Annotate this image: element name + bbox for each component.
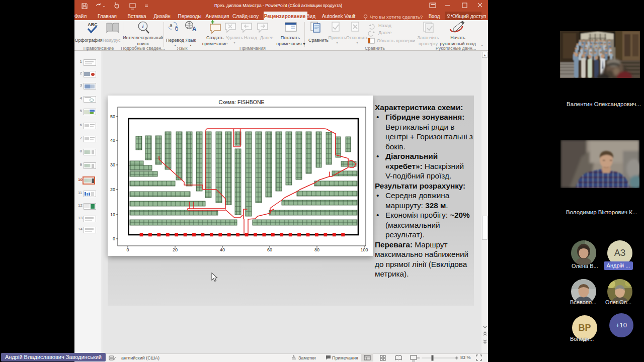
svg-text:20: 20: [173, 247, 178, 252]
svg-text:80: 80: [314, 247, 319, 252]
svg-text:20: 20: [110, 187, 115, 192]
svg-text:100: 100: [360, 247, 368, 252]
svg-text:A: A: [192, 26, 197, 33]
svg-text:0: 0: [113, 236, 115, 241]
svg-text:a: a: [170, 21, 173, 29]
svg-text:10: 10: [110, 212, 115, 217]
svg-text:50: 50: [110, 114, 115, 119]
svg-text:40: 40: [220, 247, 225, 252]
svg-text:40: 40: [110, 138, 115, 143]
svg-text:30: 30: [110, 162, 115, 167]
svg-text:б: б: [175, 25, 179, 32]
svg-text:0: 0: [126, 247, 129, 252]
svg-text:60: 60: [267, 247, 272, 252]
svg-text:Схема: FISHBONE: Схема: FISHBONE: [218, 99, 264, 105]
